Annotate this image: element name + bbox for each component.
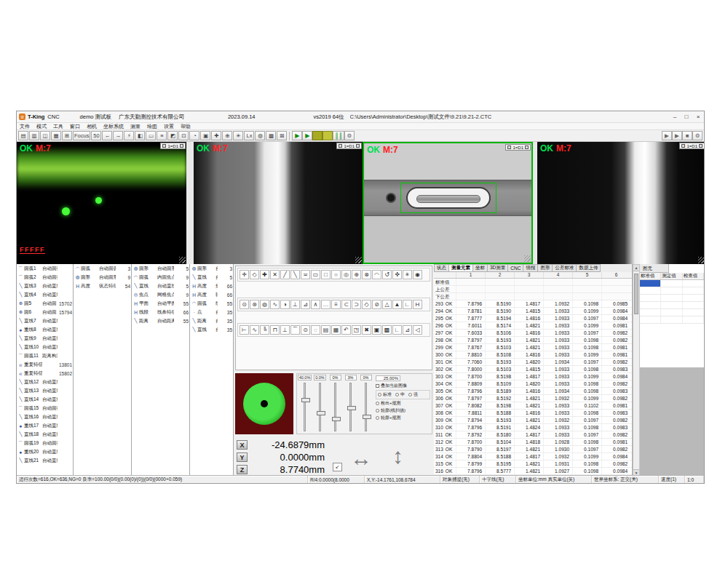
playback-stop-button[interactable]: ■	[682, 131, 692, 140]
element-list-item[interactable]: H 高度 轮廓特征 66	[190, 290, 233, 299]
element-info-row[interactable]	[640, 295, 704, 302]
table-row[interactable]: 303 OK 7.8700 8.5198 1.4817 1.0933 0.109…	[434, 373, 632, 380]
tool-button[interactable]: ⊥	[280, 325, 290, 335]
element-list-item[interactable]: H 高度 焦点特征 66	[190, 282, 233, 290]
y-axis-button[interactable]: Y	[237, 453, 248, 462]
element-list-item[interactable]: ╲ 直线 自动直线 35	[190, 325, 233, 334]
tool-button[interactable]: ○	[331, 270, 341, 279]
table-row[interactable]: 298 OK 7.8797 8.5193 1.4821 1.0933 0.109…	[434, 337, 632, 344]
close-button[interactable]: ×	[692, 113, 704, 121]
element-list-item[interactable]: ⊕ 圆5 自动圆 15702	[17, 299, 73, 308]
toolbar-button[interactable]: ≡	[157, 131, 167, 140]
resize-grip[interactable]	[524, 255, 531, 262]
element-info-tab[interactable]: 图元	[640, 264, 669, 273]
playback-settings-button[interactable]: ⚙	[692, 131, 703, 140]
toolbar-button[interactable]: 50	[91, 131, 101, 140]
element-list-item[interactable]: ℮ 重复特征 13801	[17, 360, 73, 369]
mode-radio[interactable]: 标准	[378, 391, 392, 398]
tool-button[interactable]: ✳	[403, 270, 412, 279]
minimize-button[interactable]: –	[669, 113, 681, 121]
element-info-row[interactable]	[640, 316, 704, 324]
run-continuous-button[interactable]: ▶	[302, 131, 312, 140]
tool-button[interactable]: ▤	[321, 325, 331, 335]
toolbar-button[interactable]: ◧	[135, 131, 145, 140]
tool-button[interactable]: ▩	[382, 325, 392, 335]
element-list-item[interactable]: ● 重线20 自动直线	[17, 447, 73, 456]
results-tab[interactable]: 状态	[434, 264, 449, 272]
light-slider-track[interactable]	[365, 383, 367, 431]
toolbar-button[interactable]: ✳	[233, 131, 243, 140]
element-list-item[interactable]: ╲ 直线21 自动直线	[17, 456, 73, 465]
tool-button[interactable]: ◠	[372, 270, 381, 279]
element-list-item[interactable]: ● 重线8 自动直线	[17, 325, 73, 334]
menu-item[interactable]: 帮助	[181, 123, 191, 130]
tool-button[interactable]: ✖	[362, 325, 371, 335]
scroll-up-icon[interactable]: ▲	[633, 265, 639, 271]
toolbar-button[interactable]: ✚	[211, 131, 221, 140]
tool-button[interactable]: ✛	[240, 270, 249, 279]
tool-button[interactable]: ⊘	[372, 300, 381, 309]
table-row[interactable]: 311 OK 7.8792 8.5180 1.4817 1.0933 0.109…	[434, 431, 632, 439]
table-row[interactable]: 305 OK 7.8796 8.5189 1.4816 1.0934 0.109…	[434, 388, 632, 395]
table-row[interactable]: 293 OK 7.8796 8.5190 1.4817 1.0932 0.109…	[434, 300, 632, 308]
resize-grip[interactable]	[179, 257, 186, 263]
element-info-selected-row[interactable]	[640, 280, 704, 287]
light-slider[interactable]: 40.0%	[297, 374, 312, 434]
vertical-jog-arrows[interactable]: ↕	[392, 440, 403, 472]
element-list-item[interactable]: ╲ 直线13 自动直线	[17, 386, 73, 395]
mode-radio[interactable]: 中	[395, 391, 405, 398]
tool-button[interactable]: ∧	[311, 300, 320, 309]
table-row[interactable]: 309 OK 7.8794 8.5193 1.4821 1.0932 0.109…	[434, 417, 632, 424]
element-list-item[interactable]: ⌒ 圆弧19 自动圆弧	[17, 439, 73, 447]
camera4-corner-control[interactable]: 1=D1	[679, 143, 705, 149]
overlay-checkbox[interactable]: 叠加当前图像	[376, 383, 430, 389]
element-list-item[interactable]: ⌒ 圆弧1 自动圆弧	[17, 264, 73, 273]
tool-button[interactable]: ⊿	[403, 325, 412, 335]
element-list-item[interactable]: ╲ 直线4 自动直线	[17, 290, 73, 299]
light-slider[interactable]: 0%	[358, 374, 373, 434]
camera-view-2[interactable]: OK M:7 1=D1	[194, 142, 363, 264]
element-info-row[interactable]	[640, 287, 704, 295]
menu-item[interactable]: 工具	[53, 123, 63, 130]
toolbar-button[interactable]: ▤	[18, 131, 28, 140]
menu-item[interactable]: 坐标系统	[103, 123, 124, 130]
element-list-item[interactable]: ◠ 圆弧 线性特征 55	[190, 299, 233, 308]
element-list-item[interactable]: ⌒ 圆弧11 距离构造	[17, 351, 73, 360]
pause-button[interactable]: ║║	[333, 131, 344, 140]
element-list-item[interactable]: ⌒ 圆弧15 自动圆弧	[17, 404, 73, 412]
tool-button[interactable]: ∟	[392, 325, 402, 335]
tool-button[interactable]: ⊢	[240, 325, 249, 335]
menu-item[interactable]: 测量	[130, 123, 141, 130]
camera-view-4[interactable]: OK M:7 1=D1	[537, 142, 705, 264]
tool-button[interactable]: ∟	[403, 300, 412, 309]
element-list-item[interactable]: ◎ 焦点 网格焦点大小 9	[132, 290, 189, 299]
scan-radio[interactable]: 检出+规测	[376, 400, 430, 407]
element-list-item[interactable]: H 平面 自动平面 55	[132, 299, 189, 308]
toolbar-button[interactable]: ◫	[40, 131, 50, 140]
element-list-item[interactable]: ⌒ 圆弧2 自动圆弧	[17, 273, 73, 282]
tool-button[interactable]: ∿	[250, 325, 259, 335]
element-info-row[interactable]	[640, 309, 704, 316]
menu-item[interactable]: 绘图	[147, 123, 157, 130]
menu-item[interactable]: 设置	[164, 123, 174, 130]
toolbar-button[interactable]: ⊡	[178, 131, 189, 140]
tool-button[interactable]: ⌒	[290, 325, 300, 335]
tool-button[interactable]: ⊂	[341, 300, 351, 309]
tool-button[interactable]: ▣	[372, 325, 381, 335]
tool-button[interactable]: ◌	[311, 325, 320, 335]
toolbar-button[interactable]: ▣	[200, 131, 210, 140]
results-tab[interactable]: 3D测量	[487, 264, 508, 272]
tool-button[interactable]: ✕	[270, 270, 280, 279]
toolbar-button[interactable]: ◍	[255, 131, 265, 140]
tool-button[interactable]: ◇	[362, 300, 371, 309]
tool-button[interactable]: ⊃	[352, 300, 361, 309]
tool-button[interactable]: ⊓	[270, 325, 280, 335]
tool-button[interactable]: H	[413, 300, 422, 309]
run-button[interactable]: ▶	[292, 131, 302, 140]
tool-button[interactable]: ⊕	[352, 270, 361, 279]
table-row[interactable]: 307 OK 7.8082 8.5198 1.4821 1.0933 0.110…	[434, 402, 632, 410]
tool-button[interactable]: ╚	[260, 325, 269, 335]
tool-button[interactable]: ↺	[382, 270, 392, 279]
table-row[interactable]: 301 OK 7.7060 8.5193 1.4820 1.0934 0.109…	[434, 359, 632, 366]
scan-radio[interactable]: 轮廓+规测	[376, 415, 430, 421]
